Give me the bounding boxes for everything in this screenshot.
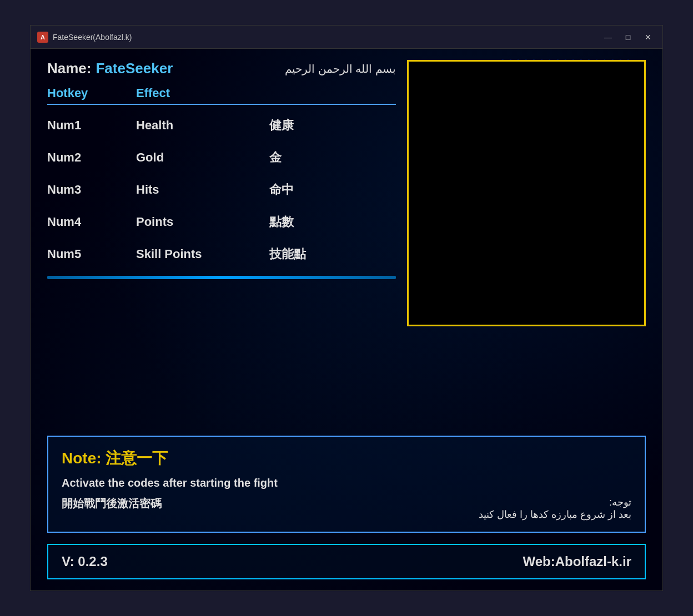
table-row: Num4 Points 點數 [47,206,396,238]
top-section: Name: FateSeeker بسم الله الرحمن الرحيم … [47,60,646,427]
hotkey-chinese-2: 金 [269,149,358,166]
table-row: Num3 Hits 命中 [47,174,396,206]
table-row: Num5 Skill Points 技能點 [47,238,396,270]
hotkey-chinese-5: 技能點 [269,246,358,262]
minimize-button[interactable]: — [600,31,616,43]
hotkey-effect-2: Gold [136,150,269,165]
note-persian-block: توجه: بعد از شروع مبارزه کدها را فعال کن… [479,496,631,521]
table-header: Hotkey Effect [47,86,396,105]
footer: V: 0.2.3 Web:Abolfazl-k.ir [47,544,646,579]
close-button[interactable]: ✕ [640,31,656,43]
col-hotkey-header: Hotkey [47,86,136,100]
image-box [407,60,646,326]
hotkey-effect-3: Hits [136,183,269,197]
table-row: Num1 Health 健康 [47,109,396,142]
name-label: Name: [47,60,91,77]
note-chinese-content: 開始戰鬥後激活密碼 [62,496,162,511]
col-chinese-header [269,86,358,100]
hotkey-key-5: Num5 [47,247,136,261]
hotkey-effect-1: Health [136,118,269,133]
main-window: A FateSeeker(Abolfazl.k) — □ ✕ Name: Fat… [30,25,663,591]
note-chinese-title: 注意一下 [106,450,168,467]
titlebar: A FateSeeker(Abolfazl.k) — □ ✕ [31,26,662,49]
note-bottom-row: 開始戰鬥後激活密碼 توجه: بعد از شروع مبارزه کدها … [62,496,631,521]
note-section: Note: 注意一下 Activate the codes after star… [47,436,646,533]
main-content: Name: FateSeeker بسم الله الرحمن الرحيم … [31,49,662,590]
hotkey-key-2: Num2 [47,150,136,165]
right-panel [407,60,646,427]
app-icon: A [37,32,48,43]
hotkey-chinese-3: 命中 [269,181,358,198]
col-effect-header: Effect [136,86,269,100]
hotkey-key-4: Num4 [47,215,136,229]
note-persian-text: بعد از شروع مبارزه کدها را فعال کنید [479,508,631,521]
hotkey-key-1: Num1 [47,118,136,133]
titlebar-title: FateSeeker(Abolfazl.k) [53,33,600,42]
note-title: Note: 注意一下 [62,448,631,469]
note-persian-label: توجه: [609,497,631,508]
hotkey-chinese-1: 健康 [269,117,358,134]
table-row: Num2 Gold 金 [47,142,396,174]
name-row: Name: FateSeeker بسم الله الرحمن الرحيم [47,60,396,77]
hotkey-effect-5: Skill Points [136,247,269,261]
blue-line [47,276,396,279]
hotkey-chinese-4: 點數 [269,214,358,230]
arabic-text: بسم الله الرحمن الرحيم [285,62,396,75]
hotkey-key-3: Num3 [47,183,136,197]
left-panel: Name: FateSeeker بسم الله الرحمن الرحيم … [47,60,396,427]
website-text: Web:Abolfazl-k.ir [523,554,631,569]
version-text: V: 0.2.3 [62,554,108,569]
hotkey-table: Num1 Health 健康 Num2 Gold 金 Num3 Hits [47,109,396,270]
note-label: Note: [62,450,106,467]
hotkey-effect-4: Points [136,215,269,229]
name-value: FateSeeker [96,60,173,77]
titlebar-controls: — □ ✕ [600,31,656,43]
note-english: Activate the codes after starting the fi… [62,477,631,489]
maximize-button[interactable]: □ [620,31,636,43]
